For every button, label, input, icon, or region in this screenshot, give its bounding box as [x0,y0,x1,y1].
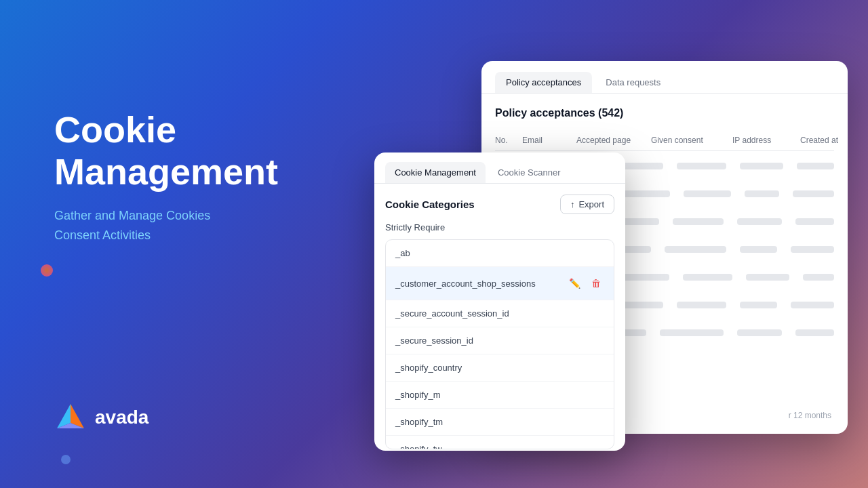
col-given-consent: Given consent [651,136,732,145]
tab-cookie-scanner[interactable]: Cookie Scanner [488,162,570,183]
tab-policy-acceptances[interactable]: Policy acceptances [495,72,592,93]
logo-section: avada [54,401,149,434]
delete-icon[interactable]: 🗑 [588,275,604,291]
cookie-item-actions: ✏️🗑 [566,275,604,291]
deco-circle-blue [61,455,71,464]
hero-title: Cookie Management [54,108,278,192]
cookie-list-item[interactable]: _customer_account_shop_sessions✏️🗑 [386,267,614,300]
cookie-name: _shopify_country [395,363,462,373]
hero-subtitle: Gather and Manage Cookies Consent Activi… [54,206,278,245]
cookie-list-item[interactable]: _shopify_m [386,382,614,409]
cookie-name: _customer_account_shop_sessions [395,279,536,289]
policy-heading: Policy acceptances (542) [495,107,834,119]
cookie-list-item[interactable]: _secure_account_session_id [386,300,614,327]
cookie-categories-title: Cookie Categories [385,199,475,210]
policy-table-header: No. Email Accepted page Given consent IP… [495,130,834,151]
col-email: Email [522,136,576,145]
export-icon: ↑ [570,199,575,209]
cookie-list-item[interactable]: _shopify_tw [386,436,614,449]
cookie-name: _shopify_tw [395,444,442,449]
tab-cookie-management[interactable]: Cookie Management [385,162,486,183]
col-created-at: Created at [800,136,848,145]
cookie-list-item[interactable]: _secure_session_id [386,327,614,354]
cookie-list-item[interactable]: _ab [386,240,614,267]
edit-icon[interactable]: ✏️ [566,275,583,291]
tab-data-requests[interactable]: Data requests [595,72,671,93]
cookie-list: _ab_customer_account_shop_sessions✏️🗑_se… [385,239,614,449]
policy-tabs: Policy acceptances Data requests [481,61,848,94]
cookie-name: _secure_account_session_id [395,308,509,319]
cookie-list-item[interactable]: _shopify_country [386,354,614,382]
col-accepted-page: Accepted page [576,136,651,145]
policy-footer: r 12 months [789,411,831,420]
cookie-content: Cookie Categories ↑ Export Strictly Requ… [374,184,625,451]
strictly-require-label: Strictly Require [385,222,614,232]
cookie-management-panel: Cookie Management Cookie Scanner Cookie … [374,152,625,451]
cookie-name: _secure_session_id [395,336,473,346]
cookie-list-item[interactable]: _shopify_tm [386,409,614,436]
col-no: No. [495,136,522,145]
hero-section: Cookie Management Gather and Manage Cook… [54,108,278,245]
cookie-tabs: Cookie Management Cookie Scanner [374,152,625,184]
export-button[interactable]: ↑ Export [560,195,614,214]
deco-circle-orange [41,264,53,277]
cookie-name: _ab [395,248,410,258]
avada-logo-icon [54,401,87,434]
cookie-content-header: Cookie Categories ↑ Export [385,195,614,214]
logo-text: avada [95,407,149,428]
cookie-name: _shopify_m [395,390,440,400]
cookie-name: _shopify_tm [395,417,443,427]
col-ip-address: IP address [732,136,800,145]
